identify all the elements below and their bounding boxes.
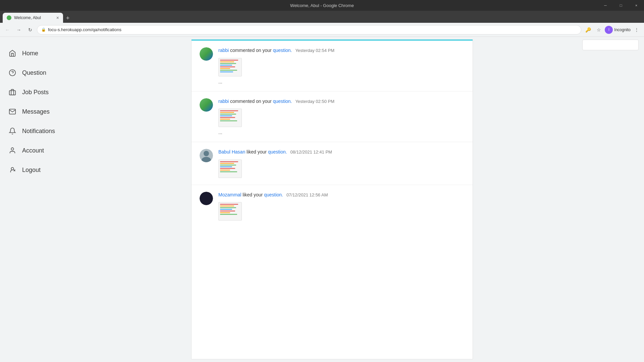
new-tab-button[interactable]: + [63,13,72,23]
menu-button[interactable]: ⋮ [632,25,641,35]
sidebar-item-account[interactable]: Account [0,141,87,160]
svg-point-4 [11,168,13,170]
notification-username[interactable]: rabbi [218,48,229,53]
notification-item: Babul Hasan liked your question. 08/12/2… [192,142,473,185]
notification-header: rabbi commented on your question. Yester… [218,47,465,54]
notification-timestamp: Yesterday 02:54 PM [295,48,334,53]
address-bar-actions: 🔑 ☆ I Incognito ⋮ [583,25,641,35]
lock-icon: 🔒 [41,27,46,32]
notification-timestamp: 07/12/2021 12:56 AM [286,192,328,197]
forward-button[interactable]: → [14,25,23,35]
avatar-dark [200,192,213,205]
briefcase-icon [8,88,17,97]
notification-thumbnail[interactable] [218,160,242,178]
notification-item: rabbi commented on your question. Yester… [192,92,473,142]
notification-action: commented on your [230,99,273,104]
sidebar-item-job-posts-label: Job Posts [22,89,49,96]
sidebar-item-account-label: Account [22,147,44,154]
notification-username[interactable]: rabbi [218,99,229,104]
sidebar-item-notifications[interactable]: Notifications [0,121,87,141]
notifications-panel: rabbi commented on your question. Yester… [191,40,473,359]
notification-question-link[interactable]: question. [273,99,293,104]
notification-timestamp: Yesterday 02:50 PM [295,99,334,104]
notification-question-link[interactable]: question. [268,149,288,155]
window-controls: ─ □ × [598,0,644,11]
incognito-button[interactable]: I [605,26,613,34]
notification-body: Mozammal liked your question. 07/12/2021… [218,192,465,221]
avatar-person [200,149,213,162]
tab-label: Welcome, Abul [14,15,41,20]
avatar [200,149,213,162]
home-icon [8,49,17,58]
notification-ellipsis: ... [218,79,465,84]
notification-ellipsis: ... [218,130,465,135]
logout-icon [8,166,17,174]
user-icon [8,146,17,155]
main-content: rabbi commented on your question. Yester… [87,37,577,362]
svg-rect-2 [9,90,15,95]
code-preview [219,58,241,74]
notification-body: rabbi commented on your question. Yester… [218,47,465,84]
sidebar: Home Question Job Posts [0,37,87,362]
notification-action: liked your [247,149,268,155]
sidebar-item-logout-label: Logout [22,167,41,174]
search-input[interactable] [585,43,642,48]
active-tab[interactable]: Welcome, Abul × [3,13,63,23]
sidebar-item-question-label: Question [22,69,46,76]
page-content: Home Question Job Posts [0,37,644,362]
notification-header: Mozammal liked your question. 07/12/2021… [218,192,465,198]
sidebar-item-messages[interactable]: Messages [0,102,87,121]
notification-header: rabbi commented on your question. Yester… [218,98,465,105]
url-text: focu-s.herokuapp.com/qa/notifications [48,27,121,32]
incognito-text: Incognito [614,27,631,32]
sidebar-item-question[interactable]: Question [0,63,87,82]
avatar [200,47,213,61]
notification-question-link[interactable]: question. [273,48,293,53]
notification-question-link[interactable]: question. [264,192,284,197]
tab-favicon [7,15,11,20]
notification-thumbnail[interactable] [218,202,242,221]
url-bar[interactable]: 🔒 focu-s.herokuapp.com/qa/notifications [37,25,581,35]
notification-username[interactable]: Mozammal [218,192,241,197]
star-icon[interactable]: ☆ [594,25,603,35]
code-preview [219,109,241,123]
sidebar-item-home[interactable]: Home [0,44,87,63]
sidebar-item-messages-label: Messages [22,108,50,115]
notification-action: liked your [243,192,264,197]
key-icon[interactable]: 🔑 [583,25,593,35]
notification-body: Babul Hasan liked your question. 08/12/2… [218,149,465,178]
close-button[interactable]: × [629,0,644,11]
notification-body: rabbi commented on your question. Yester… [218,98,465,135]
address-bar: ← → ↻ 🔒 focu-s.herokuapp.com/qa/notifica… [0,23,644,37]
browser-title-bar: Welcome, Abul - Google Chrome ─ □ × [0,0,644,11]
envelope-icon [8,107,17,116]
maximize-button[interactable]: □ [613,0,629,11]
notification-timestamp: 08/12/2021 12:41 PM [290,149,332,155]
tab-bar: Welcome, Abul × + [0,11,644,23]
search-sidebar: 🔍 [577,37,644,362]
sidebar-item-notifications-label: Notifications [22,128,55,135]
tab-close-button[interactable]: × [56,15,59,20]
minimize-button[interactable]: ─ [598,0,613,11]
avatar [200,98,213,112]
svg-point-3 [11,148,13,150]
sidebar-item-logout[interactable]: Logout [0,160,87,180]
back-button[interactable]: ← [3,25,12,35]
browser-title: Welcome, Abul - Google Chrome [290,3,354,8]
question-icon [8,68,17,77]
avatar [200,192,213,205]
sidebar-item-home-label: Home [22,50,38,57]
notification-thumbnail[interactable] [218,109,242,127]
sidebar-item-job-posts[interactable]: Job Posts [0,82,87,102]
notification-item: Mozammal liked your question. 07/12/2021… [192,185,473,228]
reload-button[interactable]: ↻ [25,25,35,35]
code-preview [219,160,241,174]
notification-username[interactable]: Babul Hasan [218,149,245,155]
notification-action: commented on your [230,48,273,53]
notification-header: Babul Hasan liked your question. 08/12/2… [218,149,465,156]
incognito-label: I [608,28,609,32]
search-box: 🔍 [582,40,639,50]
bell-icon [8,127,17,135]
code-preview [219,202,241,217]
notification-thumbnail[interactable] [218,58,242,76]
